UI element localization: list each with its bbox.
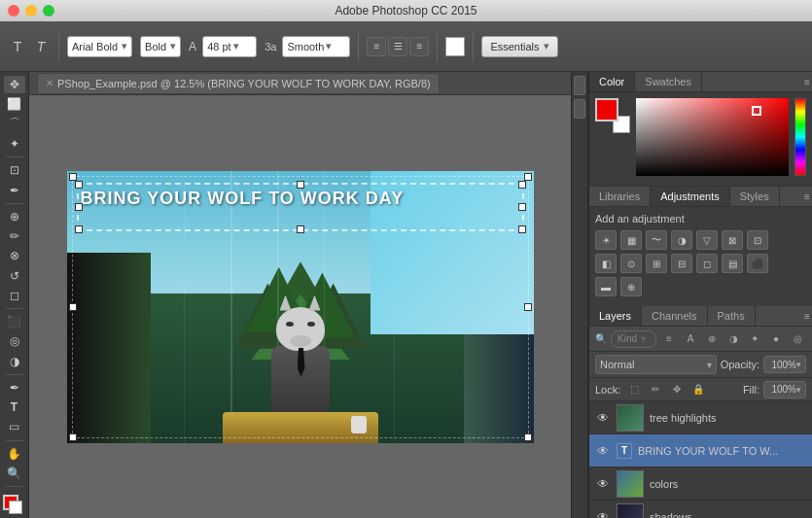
lock-position-icon[interactable]: ✥ (669, 382, 685, 397)
invert-adj[interactable]: ◻ (696, 254, 718, 273)
close-button[interactable] (8, 5, 19, 17)
layer-item-tree-highlights[interactable]: 👁 tree highlights (589, 401, 812, 434)
text-tool-alt-icon[interactable]: T (31, 37, 51, 56)
filter-mode-icon[interactable]: ◑ (724, 330, 742, 348)
window-controls[interactable] (8, 5, 54, 17)
blend-mode-dropdown[interactable]: Normal ▾ (595, 355, 717, 374)
curves-adj[interactable]: 〜 (646, 230, 667, 250)
gradient-tool[interactable]: ⬛ (4, 313, 25, 330)
hand-tool[interactable]: ✋ (4, 444, 25, 462)
fill-label: Fill: (743, 384, 759, 396)
layer-vis-shadows[interactable]: 👁 (595, 509, 611, 519)
filter-effect-icon[interactable]: ⊕ (703, 330, 721, 348)
channel-mixer-adj[interactable]: ⊞ (646, 254, 667, 273)
gradient-map-adj[interactable]: ▬ (595, 277, 617, 296)
adj-panel-menu[interactable]: ≡ (802, 187, 812, 206)
vibrance-adj[interactable]: ▽ (696, 230, 718, 250)
tab-bar: ✕ PShop_Example.psd @ 12.5% (BRING YOUR … (29, 72, 571, 95)
history-brush-tool[interactable]: ↺ (4, 266, 25, 284)
text-tool-icon[interactable]: T (8, 37, 27, 56)
eye-icon-colors: 👁 (597, 477, 609, 491)
text-tool[interactable]: T (4, 398, 25, 416)
filter-smart-icon[interactable]: ◎ (789, 330, 806, 348)
font-size-dropdown[interactable]: 48 pt ▾ (202, 36, 257, 57)
filter-name-icon[interactable]: A (682, 330, 699, 348)
text-color-swatch[interactable] (445, 37, 465, 56)
magic-wand-tool[interactable]: ✦ (4, 135, 25, 153)
paths-tab[interactable]: Paths (708, 306, 756, 326)
threshold-adj[interactable]: ⬛ (747, 254, 768, 273)
layers-panel-menu[interactable]: ≡ (802, 306, 812, 326)
opacity-input[interactable]: 100% ▾ (763, 356, 806, 373)
layer-item-wolf-text[interactable]: 👁 T BRING YOUR WOLF TO W... (589, 434, 812, 467)
dodge-tool[interactable]: ◑ (4, 353, 25, 370)
fill-input[interactable]: 100% ▾ (763, 381, 806, 398)
layer-vis-colors[interactable]: 👁 (595, 476, 611, 492)
lock-pixels-icon[interactable]: ✏ (648, 382, 663, 397)
brush-tool[interactable]: ✏ (4, 227, 25, 245)
maximize-button[interactable] (43, 5, 54, 17)
adjustments-tab[interactable]: Adjustments (651, 187, 730, 206)
toolbar-separator-2 (358, 32, 359, 61)
eraser-tool[interactable]: ◻ (4, 287, 25, 304)
posterize-adj[interactable]: ▤ (722, 254, 743, 273)
shape-tool[interactable]: ▭ (4, 418, 25, 435)
layer-item-colors[interactable]: 👁 colors (589, 467, 812, 501)
marquee-tool[interactable]: ⬜ (4, 95, 25, 113)
blur-tool[interactable]: ◎ (4, 332, 25, 350)
kind-filter[interactable]: Kind ▾ (611, 330, 656, 348)
color-balance-adj[interactable]: ⊡ (747, 230, 768, 250)
align-right-button[interactable]: ≡ (409, 37, 429, 56)
color-panel-menu[interactable]: ≡ (802, 72, 812, 91)
font-style-dropdown[interactable]: Bold ▾ (140, 36, 181, 57)
hue-sat-adj[interactable]: ⊠ (722, 230, 743, 250)
color-lookup-adj[interactable]: ⊟ (671, 254, 692, 273)
layer-vis-wolf-text[interactable]: 👁 (595, 443, 611, 459)
hue-bar[interactable] (794, 98, 806, 176)
font-family-dropdown[interactable]: Arial Bold ▾ (67, 36, 132, 57)
lasso-tool[interactable]: ⌒ (4, 116, 25, 133)
background-color[interactable] (9, 501, 22, 514)
document-tab[interactable]: ✕ PShop_Example.psd @ 12.5% (BRING YOUR … (37, 73, 440, 94)
workspace-button[interactable]: Essentials ▾ (481, 36, 557, 57)
brightness-adj[interactable]: ☀ (595, 230, 617, 250)
channels-tab[interactable]: Channels (642, 306, 707, 326)
align-left-button[interactable]: ≡ (367, 37, 386, 56)
swatches-tab[interactable]: Swatches (635, 72, 702, 91)
zoom-tool[interactable]: 🔍 (4, 465, 25, 482)
opacity-label: Opacity: (721, 359, 759, 370)
selective-color-adj[interactable]: ⊕ (620, 277, 642, 296)
mini-btn-1[interactable] (574, 76, 585, 95)
smooth-dropdown[interactable]: Smooth ▾ (282, 36, 350, 57)
lock-all-icon[interactable]: 🔒 (690, 382, 706, 397)
minimize-button[interactable] (25, 5, 37, 17)
foreground-swatch[interactable] (595, 98, 618, 121)
eyedropper-tool[interactable]: ✒ (4, 181, 25, 198)
lock-transparent-icon[interactable]: ⬚ (626, 382, 642, 397)
filter-attr-icon[interactable]: ✦ (746, 330, 763, 348)
color-gradient[interactable] (636, 98, 789, 176)
filter-type-icon[interactable]: ≡ (660, 330, 678, 348)
photo-filter-adj[interactable]: ⊙ (620, 254, 642, 273)
layer-vis-tree-highlights[interactable]: 👁 (595, 410, 611, 426)
layers-tab[interactable]: Layers (589, 306, 642, 326)
styles-tab[interactable]: Styles (730, 187, 780, 206)
filter-color-icon[interactable]: ● (767, 330, 785, 348)
tool-separator-3 (6, 308, 23, 309)
levels-adj[interactable]: ▦ (620, 230, 642, 250)
exposure-adj[interactable]: ◑ (671, 230, 692, 250)
spot-healing-tool[interactable]: ⊕ (4, 208, 25, 225)
mini-btn-2[interactable] (574, 99, 585, 119)
pen-tool[interactable]: ✒ (4, 379, 25, 397)
tab-close-icon[interactable]: ✕ (46, 78, 53, 88)
crop-tool[interactable]: ⊡ (4, 161, 25, 179)
layer-item-shadows[interactable]: 👁 shadows (589, 501, 812, 518)
adj-icons-row-1: ☀ ▦ 〜 ◑ ▽ ⊠ ⊡ (595, 230, 806, 250)
clone-stamp-tool[interactable]: ⊗ (4, 247, 25, 264)
color-tab[interactable]: Color (589, 72, 635, 91)
align-center-button[interactable]: ☰ (388, 37, 407, 56)
bw-adj[interactable]: ◧ (595, 254, 617, 273)
canvas-container[interactable]: BRING YOUR WOLF TO WORK DAY (29, 95, 571, 518)
move-tool[interactable]: ✥ (4, 76, 25, 93)
libraries-tab[interactable]: Libraries (589, 187, 651, 206)
